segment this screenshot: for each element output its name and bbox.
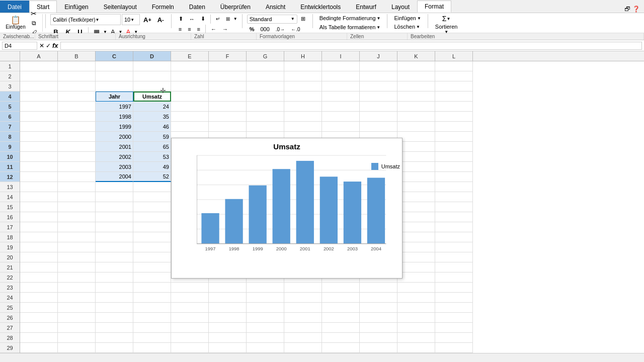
row-num-7[interactable]: 7 bbox=[0, 122, 20, 132]
cell-J7[interactable] bbox=[360, 122, 397, 132]
cell-C8[interactable]: 2000 bbox=[96, 132, 133, 142]
row-num-20[interactable]: 20 bbox=[0, 252, 20, 262]
cell-D4[interactable]: Umsatz bbox=[133, 92, 171, 102]
row-num-17[interactable]: 17 bbox=[0, 222, 20, 232]
row-num-2[interactable]: 2 bbox=[0, 71, 20, 81]
row-num-16[interactable]: 16 bbox=[0, 212, 20, 222]
col-header-J[interactable]: J bbox=[360, 51, 397, 61]
cell-D12[interactable]: 52 bbox=[133, 172, 171, 182]
percent-button[interactable]: % bbox=[247, 25, 257, 34]
cell-K10[interactable] bbox=[397, 152, 435, 162]
col-header-A[interactable]: A bbox=[20, 51, 58, 61]
decrease-indent-button[interactable]: ← bbox=[208, 25, 219, 34]
cell-B10[interactable] bbox=[58, 152, 96, 162]
cell-F6[interactable] bbox=[209, 112, 247, 122]
als-tabelle-button[interactable]: Als Tabelle formatieren ▼ bbox=[317, 23, 383, 31]
cell-B7[interactable] bbox=[58, 122, 96, 132]
font-name-box[interactable]: Calibri (Textkörper) ▼ bbox=[50, 14, 121, 25]
cell-D10[interactable]: 53 bbox=[133, 152, 171, 162]
cell-L2[interactable] bbox=[435, 71, 473, 81]
autosum-button[interactable]: Σ ▼ bbox=[433, 14, 460, 23]
cut-button[interactable]: ✂ bbox=[28, 9, 39, 18]
cell-K5[interactable] bbox=[397, 102, 435, 112]
sort-filter-button[interactable]: Sortieren ▼ bbox=[433, 24, 460, 33]
cell-A7[interactable] bbox=[20, 122, 58, 132]
tab-uberpruefen[interactable]: Überprüfen bbox=[213, 1, 258, 13]
cell-A1[interactable] bbox=[20, 61, 58, 71]
cell-K12[interactable] bbox=[397, 172, 435, 182]
cell-C5[interactable]: 1997 bbox=[96, 102, 133, 112]
cell-L8[interactable] bbox=[435, 132, 473, 142]
align-left-button[interactable]: ≡ bbox=[176, 25, 184, 34]
cell-F5[interactable] bbox=[209, 102, 247, 112]
cell-I6[interactable] bbox=[322, 112, 360, 122]
loeschen-button[interactable]: Löschen ▼ bbox=[392, 23, 423, 31]
align-bottom-button[interactable]: ⬇ bbox=[198, 14, 208, 24]
cell-D8[interactable]: 59 bbox=[133, 132, 171, 142]
cell-F4[interactable] bbox=[209, 92, 247, 102]
cell-L5[interactable] bbox=[435, 102, 473, 112]
cell-I1[interactable] bbox=[322, 61, 360, 71]
col-header-D[interactable]: D bbox=[133, 51, 171, 61]
number-format-expand[interactable]: ⊞ bbox=[298, 14, 308, 24]
row-num-5[interactable]: 5 bbox=[0, 102, 20, 112]
number-format-dropdown[interactable]: Standard ▼ bbox=[247, 15, 297, 24]
row-num-24[interactable]: 24 bbox=[0, 293, 20, 303]
restore-icon[interactable]: 🗗 bbox=[624, 6, 630, 13]
cell-C12[interactable]: 2004 bbox=[96, 172, 133, 182]
help-icon[interactable]: ❓ bbox=[632, 6, 640, 13]
formula-input[interactable] bbox=[60, 42, 642, 50]
cell-A9[interactable] bbox=[20, 142, 58, 152]
bedingte-formatierung-button[interactable]: Bedingte Formatierung ▼ bbox=[317, 14, 383, 22]
thousands-button[interactable]: 000 bbox=[258, 25, 272, 34]
cell-H4[interactable] bbox=[284, 92, 322, 102]
cell-C10[interactable]: 2002 bbox=[96, 152, 133, 162]
confirm-formula-icon[interactable]: ✓ bbox=[46, 42, 51, 49]
cell-K6[interactable] bbox=[397, 112, 435, 122]
row-num-11[interactable]: 11 bbox=[0, 162, 20, 172]
wrap-text-button[interactable]: ↵ bbox=[213, 15, 222, 23]
cell-K13[interactable] bbox=[397, 182, 435, 192]
cell-J6[interactable] bbox=[360, 112, 397, 122]
cell-K2[interactable] bbox=[397, 71, 435, 81]
increase-indent-button[interactable]: → bbox=[220, 25, 230, 34]
cell-G3[interactable] bbox=[247, 81, 284, 92]
cell-K7[interactable] bbox=[397, 122, 435, 132]
cell-J3[interactable] bbox=[360, 81, 397, 92]
tab-entwicklertools[interactable]: Entwicklertools bbox=[293, 1, 348, 13]
tab-format[interactable]: Format bbox=[417, 1, 451, 13]
function-icon[interactable]: fx bbox=[52, 42, 58, 49]
col-header-C[interactable]: C bbox=[96, 51, 133, 61]
cell-D1[interactable] bbox=[133, 61, 171, 71]
cell-H3[interactable] bbox=[284, 81, 322, 92]
name-box[interactable]: D4 bbox=[2, 42, 37, 50]
cell-D11[interactable]: 49 bbox=[133, 162, 171, 172]
cell-D13[interactable] bbox=[133, 182, 171, 192]
cell-F7[interactable] bbox=[209, 122, 247, 132]
cell-L10[interactable] bbox=[435, 152, 473, 162]
copy-button[interactable]: ⧉ bbox=[28, 19, 39, 28]
cell-B12[interactable] bbox=[58, 172, 96, 182]
cell-A3[interactable] bbox=[20, 81, 58, 92]
row-num-12[interactable]: 12 bbox=[0, 172, 20, 182]
cell-L13[interactable] bbox=[435, 182, 473, 192]
cell-C11[interactable]: 2003 bbox=[96, 162, 133, 172]
cell-D6[interactable]: 35 bbox=[133, 112, 171, 122]
cell-B1[interactable] bbox=[58, 61, 96, 71]
cell-C7[interactable]: 1999 bbox=[96, 122, 133, 132]
cell-G6[interactable] bbox=[247, 112, 284, 122]
cell-J4[interactable] bbox=[360, 92, 397, 102]
cell-C3[interactable] bbox=[96, 81, 133, 92]
row-num-27[interactable]: 27 bbox=[0, 323, 20, 333]
cell-E3[interactable] bbox=[171, 81, 209, 92]
col-header-I[interactable]: I bbox=[322, 51, 360, 61]
cell-L6[interactable] bbox=[435, 112, 473, 122]
row-num-28[interactable]: 28 bbox=[0, 333, 20, 343]
row-num-8[interactable]: 8 bbox=[0, 132, 20, 142]
cell-B6[interactable] bbox=[58, 112, 96, 122]
cell-B5[interactable] bbox=[58, 102, 96, 112]
cell-K4[interactable] bbox=[397, 92, 435, 102]
col-header-L[interactable]: L bbox=[435, 51, 473, 61]
cancel-formula-icon[interactable]: ✕ bbox=[39, 42, 44, 49]
cell-L11[interactable] bbox=[435, 162, 473, 172]
